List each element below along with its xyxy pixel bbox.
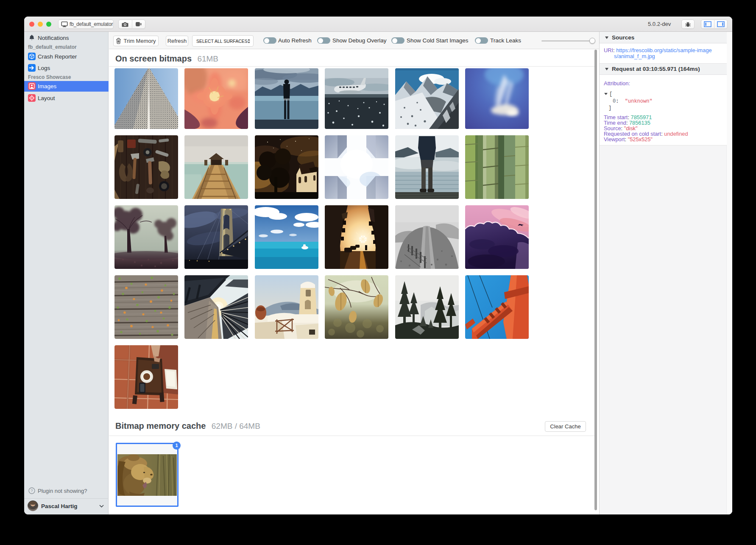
svg-text:?: ? (31, 488, 33, 493)
